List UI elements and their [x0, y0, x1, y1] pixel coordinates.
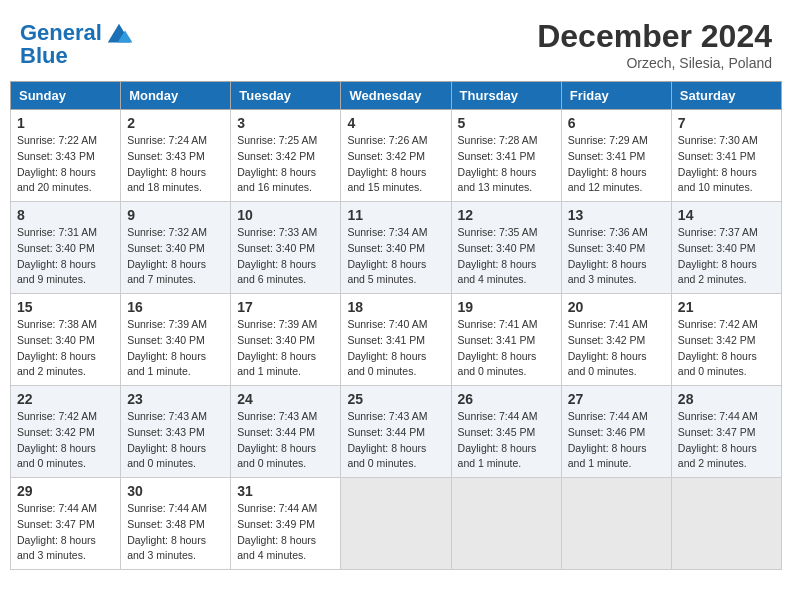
- day-info: Sunrise: 7:26 AM Sunset: 3:42 PM Dayligh…: [347, 133, 444, 196]
- calendar-cell: 17 Sunrise: 7:39 AM Sunset: 3:40 PM Dayl…: [231, 294, 341, 386]
- day-number: 4: [347, 115, 444, 131]
- daylight-label: Daylight: 8 hours and 4 minutes.: [458, 258, 537, 286]
- sunrise-label: Sunrise: 7:29 AM: [568, 134, 648, 146]
- daylight-label: Daylight: 8 hours and 7 minutes.: [127, 258, 206, 286]
- sunrise-label: Sunrise: 7:44 AM: [678, 410, 758, 422]
- calendar-cell: 24 Sunrise: 7:43 AM Sunset: 3:44 PM Dayl…: [231, 386, 341, 478]
- day-number: 10: [237, 207, 334, 223]
- sunrise-label: Sunrise: 7:33 AM: [237, 226, 317, 238]
- calendar-cell: 8 Sunrise: 7:31 AM Sunset: 3:40 PM Dayli…: [11, 202, 121, 294]
- day-number: 5: [458, 115, 555, 131]
- sunrise-label: Sunrise: 7:36 AM: [568, 226, 648, 238]
- day-info: Sunrise: 7:44 AM Sunset: 3:47 PM Dayligh…: [17, 501, 114, 564]
- sunset-label: Sunset: 3:41 PM: [568, 150, 646, 162]
- sunrise-label: Sunrise: 7:42 AM: [17, 410, 97, 422]
- sunrise-label: Sunrise: 7:30 AM: [678, 134, 758, 146]
- day-info: Sunrise: 7:44 AM Sunset: 3:45 PM Dayligh…: [458, 409, 555, 472]
- sunrise-label: Sunrise: 7:44 AM: [127, 502, 207, 514]
- sunset-label: Sunset: 3:41 PM: [458, 334, 536, 346]
- logo-text: General: [20, 21, 102, 45]
- day-number: 19: [458, 299, 555, 315]
- daylight-label: Daylight: 8 hours and 2 minutes.: [17, 350, 96, 378]
- day-number: 7: [678, 115, 775, 131]
- day-number: 29: [17, 483, 114, 499]
- day-number: 20: [568, 299, 665, 315]
- week-row-1: 1 Sunrise: 7:22 AM Sunset: 3:43 PM Dayli…: [11, 110, 782, 202]
- daylight-label: Daylight: 8 hours and 20 minutes.: [17, 166, 96, 194]
- sunrise-label: Sunrise: 7:42 AM: [678, 318, 758, 330]
- sunset-label: Sunset: 3:42 PM: [237, 150, 315, 162]
- day-info: Sunrise: 7:28 AM Sunset: 3:41 PM Dayligh…: [458, 133, 555, 196]
- daylight-label: Daylight: 8 hours and 3 minutes.: [17, 534, 96, 562]
- day-info: Sunrise: 7:42 AM Sunset: 3:42 PM Dayligh…: [17, 409, 114, 472]
- sunset-label: Sunset: 3:43 PM: [17, 150, 95, 162]
- sunrise-label: Sunrise: 7:35 AM: [458, 226, 538, 238]
- sunrise-label: Sunrise: 7:22 AM: [17, 134, 97, 146]
- sunset-label: Sunset: 3:41 PM: [347, 334, 425, 346]
- calendar-cell: 31 Sunrise: 7:44 AM Sunset: 3:49 PM Dayl…: [231, 478, 341, 570]
- daylight-label: Daylight: 8 hours and 5 minutes.: [347, 258, 426, 286]
- day-info: Sunrise: 7:24 AM Sunset: 3:43 PM Dayligh…: [127, 133, 224, 196]
- logo-text2: Blue: [20, 44, 68, 68]
- calendar-cell: 23 Sunrise: 7:43 AM Sunset: 3:43 PM Dayl…: [121, 386, 231, 478]
- day-number: 31: [237, 483, 334, 499]
- day-info: Sunrise: 7:44 AM Sunset: 3:48 PM Dayligh…: [127, 501, 224, 564]
- daylight-label: Daylight: 8 hours and 6 minutes.: [237, 258, 316, 286]
- week-row-5: 29 Sunrise: 7:44 AM Sunset: 3:47 PM Dayl…: [11, 478, 782, 570]
- sunrise-label: Sunrise: 7:43 AM: [127, 410, 207, 422]
- sunset-label: Sunset: 3:40 PM: [458, 242, 536, 254]
- sunset-label: Sunset: 3:40 PM: [127, 334, 205, 346]
- daylight-label: Daylight: 8 hours and 9 minutes.: [17, 258, 96, 286]
- calendar-cell: 11 Sunrise: 7:34 AM Sunset: 3:40 PM Dayl…: [341, 202, 451, 294]
- sunset-label: Sunset: 3:49 PM: [237, 518, 315, 530]
- sunset-label: Sunset: 3:40 PM: [17, 242, 95, 254]
- day-number: 2: [127, 115, 224, 131]
- calendar-cell: 12 Sunrise: 7:35 AM Sunset: 3:40 PM Dayl…: [451, 202, 561, 294]
- calendar-cell: 28 Sunrise: 7:44 AM Sunset: 3:47 PM Dayl…: [671, 386, 781, 478]
- sunrise-label: Sunrise: 7:37 AM: [678, 226, 758, 238]
- header-saturday: Saturday: [671, 82, 781, 110]
- day-info: Sunrise: 7:32 AM Sunset: 3:40 PM Dayligh…: [127, 225, 224, 288]
- sunset-label: Sunset: 3:47 PM: [678, 426, 756, 438]
- calendar-cell: 6 Sunrise: 7:29 AM Sunset: 3:41 PM Dayli…: [561, 110, 671, 202]
- calendar-cell: 29 Sunrise: 7:44 AM Sunset: 3:47 PM Dayl…: [11, 478, 121, 570]
- daylight-label: Daylight: 8 hours and 0 minutes.: [458, 350, 537, 378]
- sunset-label: Sunset: 3:41 PM: [678, 150, 756, 162]
- calendar-cell: 26 Sunrise: 7:44 AM Sunset: 3:45 PM Dayl…: [451, 386, 561, 478]
- daylight-label: Daylight: 8 hours and 0 minutes.: [678, 350, 757, 378]
- sunrise-label: Sunrise: 7:25 AM: [237, 134, 317, 146]
- header-wednesday: Wednesday: [341, 82, 451, 110]
- day-number: 16: [127, 299, 224, 315]
- calendar-cell: [671, 478, 781, 570]
- daylight-label: Daylight: 8 hours and 1 minute.: [237, 350, 316, 378]
- sunset-label: Sunset: 3:43 PM: [127, 426, 205, 438]
- sunset-label: Sunset: 3:44 PM: [347, 426, 425, 438]
- daylight-label: Daylight: 8 hours and 3 minutes.: [127, 534, 206, 562]
- calendar-cell: 30 Sunrise: 7:44 AM Sunset: 3:48 PM Dayl…: [121, 478, 231, 570]
- sunrise-label: Sunrise: 7:24 AM: [127, 134, 207, 146]
- day-info: Sunrise: 7:43 AM Sunset: 3:44 PM Dayligh…: [237, 409, 334, 472]
- sunset-label: Sunset: 3:40 PM: [127, 242, 205, 254]
- day-number: 26: [458, 391, 555, 407]
- calendar-cell: 25 Sunrise: 7:43 AM Sunset: 3:44 PM Dayl…: [341, 386, 451, 478]
- daylight-label: Daylight: 8 hours and 0 minutes.: [237, 442, 316, 470]
- calendar-cell: 22 Sunrise: 7:42 AM Sunset: 3:42 PM Dayl…: [11, 386, 121, 478]
- day-info: Sunrise: 7:31 AM Sunset: 3:40 PM Dayligh…: [17, 225, 114, 288]
- sunrise-label: Sunrise: 7:41 AM: [568, 318, 648, 330]
- title-block: December 2024 Orzech, Silesia, Poland: [537, 18, 772, 71]
- day-number: 18: [347, 299, 444, 315]
- sunrise-label: Sunrise: 7:44 AM: [17, 502, 97, 514]
- sunset-label: Sunset: 3:44 PM: [237, 426, 315, 438]
- sunrise-label: Sunrise: 7:43 AM: [347, 410, 427, 422]
- month-title: December 2024: [537, 18, 772, 55]
- header-friday: Friday: [561, 82, 671, 110]
- calendar-cell: 16 Sunrise: 7:39 AM Sunset: 3:40 PM Dayl…: [121, 294, 231, 386]
- calendar-cell: 7 Sunrise: 7:30 AM Sunset: 3:41 PM Dayli…: [671, 110, 781, 202]
- calendar-cell: 13 Sunrise: 7:36 AM Sunset: 3:40 PM Dayl…: [561, 202, 671, 294]
- sunrise-label: Sunrise: 7:44 AM: [237, 502, 317, 514]
- sunrise-label: Sunrise: 7:39 AM: [237, 318, 317, 330]
- calendar-cell: [341, 478, 451, 570]
- daylight-label: Daylight: 8 hours and 0 minutes.: [17, 442, 96, 470]
- day-info: Sunrise: 7:35 AM Sunset: 3:40 PM Dayligh…: [458, 225, 555, 288]
- week-row-4: 22 Sunrise: 7:42 AM Sunset: 3:42 PM Dayl…: [11, 386, 782, 478]
